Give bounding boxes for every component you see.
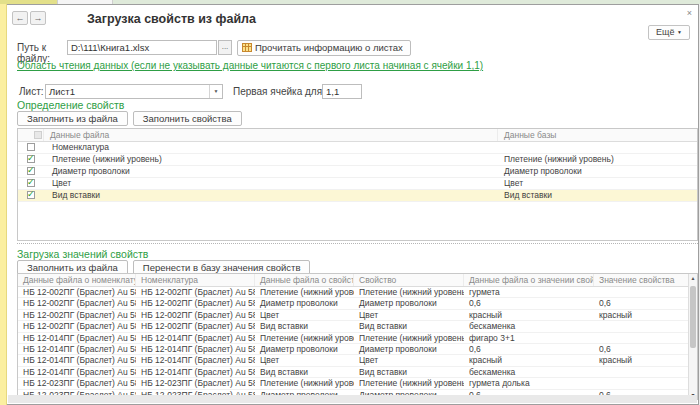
read-sheets-label: Прочитать информацию о листах [255,42,403,53]
forward-button[interactable]: → [30,11,46,25]
value-row[interactable]: НБ 12-014ПГ (Браслет) Au 585НБ 12-014ПГ … [18,333,690,344]
fill-properties-button[interactable]: Заполнить свойства [133,111,242,126]
scroll-up-icon[interactable]: ▲ [689,275,697,281]
file-data-cell: Номенклатура [44,142,498,153]
value-cell: Цвет [255,310,354,320]
value-row[interactable]: НБ 12-014ПГ (Браслет) Au 585НБ 12-014ПГ … [18,344,690,355]
forward-icon: → [34,13,43,23]
checkbox-unchecked-icon[interactable] [27,143,35,151]
value-cell: Плетение (нижний уровень) [354,287,464,297]
value-cell: красный [464,355,594,365]
value-cell: НБ 12-002ПГ (Браслет) Au 585 [18,298,136,308]
value-cell: гурмета долька [464,378,594,388]
value-row[interactable]: НБ 12-002ПГ (Браслет) Au 585НБ 12-002ПГ … [18,298,690,309]
spreadsheet-icon [242,42,252,52]
value-cell: красный [464,310,594,320]
value-cell [594,287,690,297]
row-checkbox-cell[interactable] [18,142,44,153]
value-cell: бескаменка [464,367,594,377]
row-checkbox-cell[interactable] [18,178,44,189]
more-button[interactable]: Ещё ▼ [648,25,690,40]
browse-button[interactable]: ... [218,40,232,55]
value-cell [594,321,690,331]
close-icon[interactable]: × [687,9,692,18]
value-cell: Вид вставки [255,321,354,331]
read-sheets-button[interactable]: Прочитать информацию о листах [237,40,411,56]
values-section-title: Загрузка значений свойств [17,248,148,260]
scrollbar-thumb[interactable] [690,286,696,348]
back-button[interactable]: ← [12,11,28,25]
value-cell: НБ 12-014ПГ (Браслет) Au 585 [136,355,255,365]
value-cell: НБ 12-002ПГ (Браслет) Au 585 [136,287,255,297]
select-all-checkbox[interactable] [34,131,42,139]
file-data-cell: Плетение (нижний уровень) [44,154,498,165]
row-checkbox-cell[interactable] [18,154,44,165]
properties-table-header: Данные файла Данные базы [18,129,697,142]
header-file-nomenclature: Данные файла о номенклатуре [18,274,136,286]
property-row[interactable]: Вид вставкиВид вставки [18,190,697,202]
window-left-edge-strip [0,4,7,405]
page-title: Загрузка свойств из файла [87,12,256,26]
value-cell: Плетение (нижний уровень) [354,378,464,388]
value-cell: Плетение (нижний уровень) [255,333,354,343]
property-row[interactable]: ЦветЦвет [18,178,697,190]
value-row[interactable]: НБ 12-002ПГ (Браслет) Au 585НБ 12-002ПГ … [18,321,690,332]
header-property: Свойство [354,274,464,286]
value-cell: НБ 12-002ПГ (Браслет) Au 585 [18,321,136,331]
table-splitter[interactable] [17,243,698,244]
value-cell: НБ 12-014ПГ (Браслет) Au 585 [136,367,255,377]
fill-from-file-button[interactable]: Заполнить из файла [17,111,128,126]
row-checkbox-cell[interactable] [18,166,44,177]
value-cell: Диаметр проволоки [255,344,354,354]
first-cell-input[interactable]: 1,1 [322,84,362,99]
property-row[interactable]: Диаметр проволокиДиаметр проволоки [18,166,697,178]
row-checkbox-cell[interactable] [18,190,44,201]
value-row[interactable]: НБ 12-002ПГ (Браслет) Au 585НБ 12-002ПГ … [18,310,690,321]
header-file-data: Данные файла [44,129,498,141]
base-data-cell: Цвет [498,178,697,189]
value-cell: 0,6 [464,344,594,354]
values-table-header: Данные файла о номенклатуре Номенклатура… [18,274,690,287]
checkbox-checked-icon[interactable] [27,179,35,187]
values-scrollbar[interactable]: ▲ ▼ [688,274,697,399]
chevron-down-icon: ▼ [677,29,682,35]
sheet-value: Лист1 [49,86,75,97]
file-data-cell: Диаметр проволоки [44,166,498,177]
checkbox-checked-icon[interactable] [27,167,35,175]
sheet-select[interactable]: Лист1 ▼ [45,84,223,99]
value-row[interactable]: НБ 12-023ПГ (Браслет) Au 585НБ 12-023ПГ … [18,378,690,389]
value-cell: 0,6 [594,298,690,308]
value-row[interactable]: НБ 12-014ПГ (Браслет) Au 585НБ 12-014ПГ … [18,355,690,366]
value-cell: НБ 12-014ПГ (Браслет) Au 585 [136,333,255,343]
properties-table: Данные файла Данные базы НоменклатураПле… [17,128,698,241]
load-properties-window: ← → Загрузка свойств из файла × Ещё ▼ Пу… [7,4,699,405]
value-cell: красный [594,355,690,365]
properties-table-body: НоменклатураПлетение (нижний уровень)Пле… [18,142,697,202]
combo-dropdown-icon[interactable]: ▼ [209,85,222,98]
base-data-cell: Диаметр проволоки [498,166,697,177]
checkbox-checked-icon[interactable] [27,155,35,163]
value-cell: Диаметр проволоки [255,298,354,308]
property-row[interactable]: Плетение (нижний уровень)Плетение (нижни… [18,154,697,166]
back-icon: ← [16,13,25,23]
value-cell: Плетение (нижний уровень) [255,287,354,297]
properties-section-title: Определение свойств [17,99,124,111]
read-area-link[interactable]: Область чтения данных (если не указывать… [17,60,617,71]
sheet-label: Лист: [19,86,44,97]
checkbox-checked-icon[interactable] [27,191,35,199]
value-row[interactable]: НБ 12-002ПГ (Браслет) Au 585НБ 12-002ПГ … [18,287,690,298]
property-row[interactable]: Номенклатура [18,142,697,154]
file-path-input[interactable]: D:\111\Книга1.xlsx [67,40,217,55]
value-cell: 0,6 [464,298,594,308]
value-cell: НБ 12-023ПГ (Браслет) Au 585 [136,378,255,388]
value-row[interactable]: НБ 12-014ПГ (Браслет) Au 585НБ 12-014ПГ … [18,367,690,378]
sheet-row: Лист: Лист1 ▼ Первая ячейка для чтения: … [17,84,687,99]
value-cell: фигаро 3+1 [464,333,594,343]
value-cell [594,367,690,377]
value-cell: НБ 12-002ПГ (Браслет) Au 585 [136,310,255,320]
app-screen: ← → Загрузка свойств из файла × Ещё ▼ Пу… [0,0,700,405]
value-cell: 0,6 [594,344,690,354]
value-cell: Цвет [354,310,464,320]
value-cell: Плетение (нижний уровень) [255,378,354,388]
header-checkbox-cell[interactable] [18,129,44,141]
